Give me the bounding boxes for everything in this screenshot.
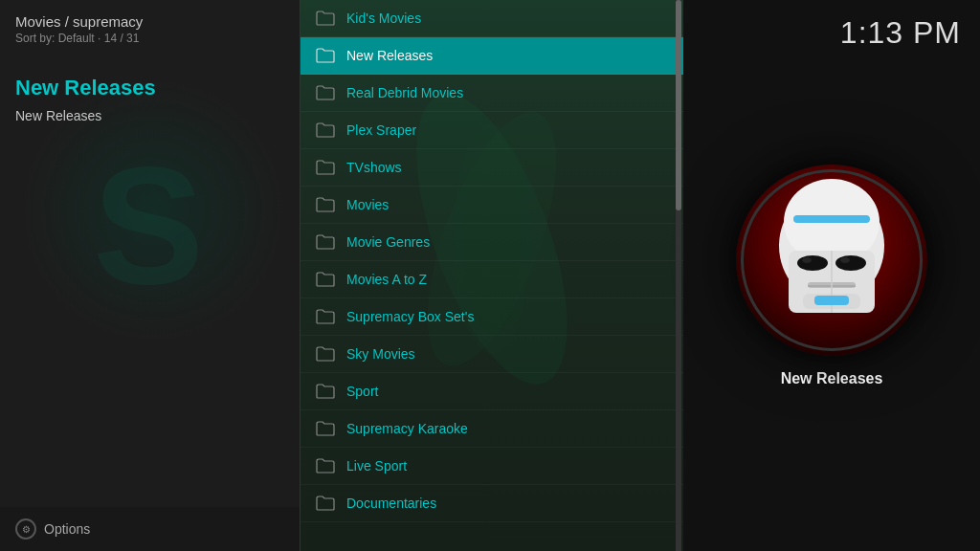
category-title: New Releases <box>15 76 300 100</box>
menu-item-sky-movies[interactable]: Sky Movies <box>301 336 683 373</box>
menu-item-sport[interactable]: Sport <box>301 373 683 410</box>
menu-item-label: Supremacy Box Set's <box>346 309 474 324</box>
menu-item-new-releases[interactable]: New Releases <box>301 37 683 75</box>
helmet-graphic <box>765 179 899 332</box>
menu-item-label: Movie Genres <box>346 234 430 250</box>
folder-icon <box>316 496 335 511</box>
helmet-background <box>736 165 927 356</box>
menu-item-movies[interactable]: Movies <box>301 187 683 224</box>
menu-item-label: Documentaries <box>346 496 436 511</box>
folder-icon <box>316 309 335 324</box>
menu-item-label: Kid's Movies <box>346 11 421 26</box>
breadcrumb: Movies / supremacy <box>15 13 284 30</box>
menu-item-label: Sport <box>346 384 378 399</box>
svg-rect-17 <box>814 296 849 305</box>
folder-icon <box>316 234 335 250</box>
menu-item-live-sport[interactable]: Live Sport <box>301 448 683 485</box>
menu-item-movie-genres[interactable]: Movie Genres <box>301 224 683 261</box>
menu-item-label: Movies A to Z <box>346 272 427 287</box>
svg-rect-8 <box>793 215 870 223</box>
menu-item-label: Real Debrid Movies <box>346 85 463 100</box>
menu-item-label: TVshows <box>346 160 402 175</box>
folder-icon <box>316 11 335 26</box>
menu-item-label: Movies <box>346 197 389 212</box>
right-panel: 1:13 PM <box>683 0 980 551</box>
folder-icon <box>316 85 335 100</box>
menu-item-documentaries[interactable]: Documentaries <box>301 485 683 522</box>
menu-item-tvshows[interactable]: TVshows <box>301 149 683 187</box>
svg-point-11 <box>802 257 812 263</box>
folder-icon <box>316 160 335 175</box>
menu-item-real-debrid-movies[interactable]: Real Debrid Movies <box>301 75 683 112</box>
menu-item-kids-movies[interactable]: Kid's Movies <box>301 0 683 37</box>
svg-point-10 <box>835 255 866 271</box>
thumbnail-container <box>736 165 927 356</box>
folder-icon <box>316 122 335 138</box>
folder-icon <box>316 48 335 63</box>
svg-point-9 <box>797 255 828 271</box>
menu-item-supremacy-karaoke[interactable]: Supremacy Karaoke <box>301 410 683 448</box>
menu-item-label: New Releases <box>346 48 433 63</box>
menu-list: Kid's Movies New Releases Real Debrid Mo… <box>301 0 683 522</box>
folder-icon <box>316 384 335 399</box>
menu-item-label: Live Sport <box>346 458 407 474</box>
folder-icon <box>316 346 335 362</box>
svg-point-12 <box>840 257 850 263</box>
menu-item-supremacy-box-sets[interactable]: Supremacy Box Set's <box>301 298 683 336</box>
menu-item-plex-scraper[interactable]: Plex Sraper <box>301 112 683 149</box>
folder-icon <box>316 421 335 436</box>
menu-item-movies-a-to-z[interactable]: Movies A to Z <box>301 261 683 298</box>
scrollbar-thumb <box>676 0 681 210</box>
category-subtitle: New Releases <box>15 108 300 123</box>
folder-icon <box>316 197 335 212</box>
sort-info: Sort by: Default · 14 / 31 <box>15 32 284 45</box>
svg-text:S: S <box>93 132 204 319</box>
background-logo: S <box>10 96 287 383</box>
menu-item-label: Sky Movies <box>346 346 415 362</box>
options-icon: ⚙ <box>15 518 36 540</box>
menu-item-label: Plex Sraper <box>346 122 416 138</box>
left-panel: S Movies / supremacy Sort by: Default · … <box>0 0 301 551</box>
options-bar[interactable]: ⚙ Options <box>0 507 301 551</box>
clock: 1:13 PM <box>840 15 961 51</box>
thumbnail-label: New Releases <box>781 370 883 387</box>
folder-icon <box>316 458 335 474</box>
middle-panel: Kid's Movies New Releases Real Debrid Mo… <box>301 0 683 551</box>
folder-icon <box>316 272 335 287</box>
scrollbar[interactable] <box>676 0 681 551</box>
header-section: Movies / supremacy Sort by: Default · 14… <box>0 0 300 55</box>
options-label: Options <box>44 521 90 537</box>
menu-item-label: Supremacy Karaoke <box>346 421 468 436</box>
